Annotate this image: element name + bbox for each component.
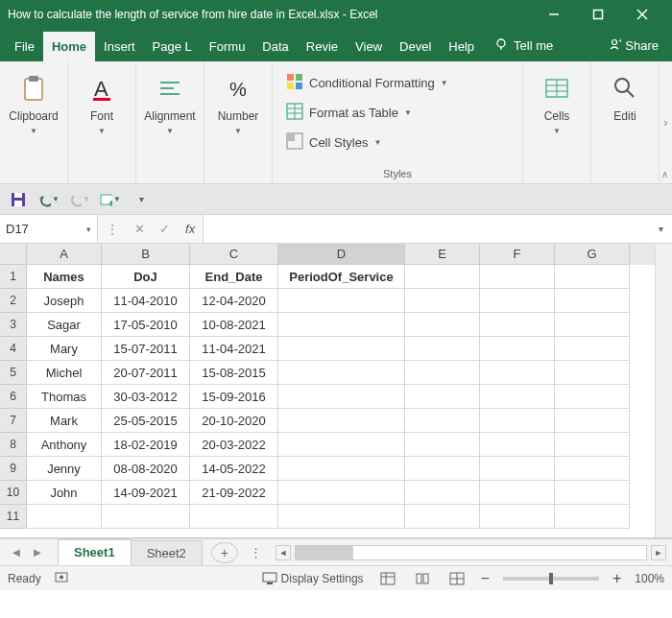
- row-header[interactable]: 5: [0, 361, 27, 385]
- page-layout-view-button[interactable]: [412, 570, 433, 587]
- cell[interactable]: Jenny: [27, 457, 102, 481]
- cell[interactable]: [480, 385, 555, 409]
- collapse-ribbon-button[interactable]: ∧: [661, 169, 668, 179]
- cell[interactable]: 14-09-2021: [102, 481, 190, 505]
- cell[interactable]: 21-09-2022: [190, 481, 278, 505]
- options-icon[interactable]: ⋮: [106, 222, 119, 237]
- cell[interactable]: [405, 361, 480, 385]
- fx-icon[interactable]: fx: [185, 222, 195, 236]
- cell[interactable]: [480, 265, 555, 289]
- alignment-button[interactable]: Alignment ▼: [146, 67, 194, 144]
- col-header-B[interactable]: B: [102, 244, 190, 265]
- add-sheet-button[interactable]: +: [211, 542, 238, 563]
- cell[interactable]: [405, 433, 480, 457]
- col-header-G[interactable]: G: [555, 244, 630, 265]
- cell[interactable]: [278, 313, 405, 337]
- minimize-button[interactable]: [532, 0, 576, 29]
- zoom-slider[interactable]: [503, 577, 599, 581]
- cell[interactable]: [480, 289, 555, 313]
- cell[interactable]: [555, 505, 630, 529]
- cell[interactable]: End_Date: [190, 265, 278, 289]
- zoom-level[interactable]: 100%: [635, 572, 664, 585]
- tell-me[interactable]: Tell me: [483, 37, 564, 61]
- zoom-out-button[interactable]: −: [481, 570, 490, 587]
- cell[interactable]: [480, 313, 555, 337]
- editing-button[interactable]: Editi: [601, 67, 649, 144]
- normal-view-button[interactable]: [377, 570, 398, 587]
- row-header[interactable]: 11: [0, 505, 27, 529]
- cell[interactable]: [480, 409, 555, 433]
- tab-split[interactable]: ⋮: [250, 545, 264, 559]
- cell[interactable]: [278, 361, 405, 385]
- name-box[interactable]: D17: [0, 215, 98, 243]
- cell[interactable]: [102, 505, 190, 529]
- page-break-view-button[interactable]: [446, 570, 468, 587]
- cell[interactable]: Names: [27, 265, 102, 289]
- cell[interactable]: [278, 289, 405, 313]
- cell[interactable]: 08-08-2020: [102, 457, 190, 481]
- enter-icon[interactable]: ✓: [159, 222, 170, 236]
- tab-data[interactable]: Data: [253, 32, 297, 61]
- save-button[interactable]: [8, 189, 29, 210]
- cell[interactable]: [480, 481, 555, 505]
- cell[interactable]: [555, 409, 630, 433]
- cell[interactable]: [405, 481, 480, 505]
- tab-page-layout[interactable]: Page L: [144, 32, 201, 61]
- cell[interactable]: 20-10-2020: [190, 409, 278, 433]
- cancel-icon[interactable]: ✕: [134, 222, 145, 236]
- cell[interactable]: Michel: [27, 361, 102, 385]
- col-header-E[interactable]: E: [405, 244, 480, 265]
- tab-nav-prev[interactable]: ◄: [6, 542, 27, 563]
- zoom-in-button[interactable]: +: [612, 570, 621, 587]
- tab-file[interactable]: File: [6, 32, 43, 61]
- cell[interactable]: PeriodOf_Service: [278, 265, 405, 289]
- col-header-D[interactable]: D: [278, 244, 405, 265]
- row-header[interactable]: 1: [0, 265, 27, 289]
- cell[interactable]: 17-05-2010: [102, 313, 190, 337]
- cell[interactable]: [555, 313, 630, 337]
- cell[interactable]: [405, 409, 480, 433]
- cell[interactable]: [480, 433, 555, 457]
- cell[interactable]: [480, 505, 555, 529]
- cell[interactable]: 15-07-2011: [102, 337, 190, 361]
- cell[interactable]: 20-07-2011: [102, 361, 190, 385]
- conditional-formatting-button[interactable]: Conditional Formatting ▼: [282, 71, 513, 95]
- clipboard-button[interactable]: Clipboard ▼: [10, 67, 58, 144]
- format-as-table-button[interactable]: Format as Table ▼: [282, 101, 513, 125]
- cell[interactable]: 15-08-2015: [190, 361, 278, 385]
- share-button[interactable]: + Share: [594, 37, 672, 61]
- cell[interactable]: [405, 289, 480, 313]
- vertical-scrollbar[interactable]: [655, 244, 672, 537]
- row-header[interactable]: 9: [0, 457, 27, 481]
- cell[interactable]: Mary: [27, 337, 102, 361]
- cell[interactable]: 15-09-2016: [190, 385, 278, 409]
- cell[interactable]: [480, 457, 555, 481]
- tab-developer[interactable]: Devel: [391, 32, 440, 61]
- cell[interactable]: 11-04-2010: [102, 289, 190, 313]
- formula-input[interactable]: [204, 215, 649, 243]
- cell[interactable]: [278, 337, 405, 361]
- number-button[interactable]: % Number ▼: [214, 67, 262, 144]
- cells-button[interactable]: Cells ▼: [533, 67, 581, 144]
- cell[interactable]: [405, 505, 480, 529]
- cell[interactable]: 18-02-2019: [102, 433, 190, 457]
- cell[interactable]: [278, 481, 405, 505]
- ribbon-scroll-right[interactable]: ›: [659, 61, 672, 183]
- select-all-corner[interactable]: [0, 244, 27, 265]
- cell[interactable]: 14-05-2022: [190, 457, 278, 481]
- row-header[interactable]: 8: [0, 433, 27, 457]
- cell[interactable]: 10-08-2021: [190, 313, 278, 337]
- cell[interactable]: 12-04-2020: [190, 289, 278, 313]
- qat-extra-button[interactable]: ▼: [100, 189, 121, 210]
- cell[interactable]: Mark: [27, 409, 102, 433]
- sheet-tab-2[interactable]: Sheet2: [131, 540, 203, 565]
- col-header-C[interactable]: C: [190, 244, 278, 265]
- cell[interactable]: 20-03-2022: [190, 433, 278, 457]
- sheet-tab-1[interactable]: Sheet1: [58, 539, 132, 565]
- hscroll-left[interactable]: ◄: [276, 545, 291, 560]
- cell[interactable]: [405, 313, 480, 337]
- cell[interactable]: [278, 409, 405, 433]
- undo-button[interactable]: ▼: [38, 189, 60, 210]
- cell[interactable]: [555, 361, 630, 385]
- row-header[interactable]: 6: [0, 385, 27, 409]
